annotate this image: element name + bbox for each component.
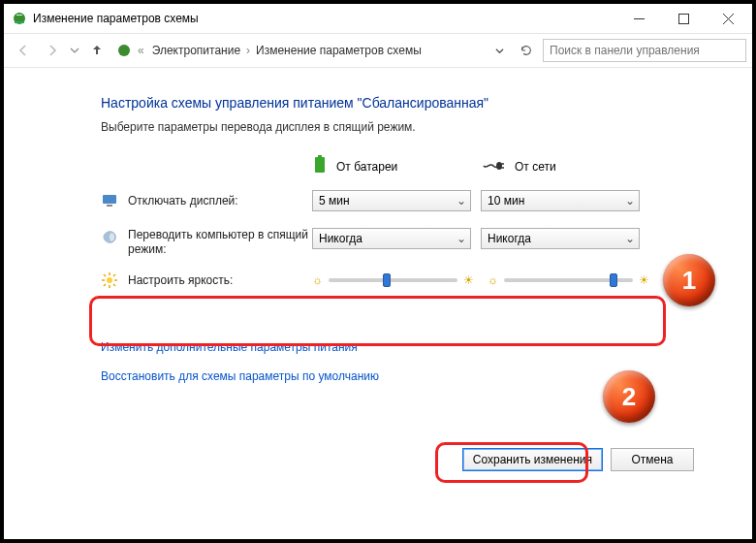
brightness-label: Настроить яркость:: [128, 273, 312, 287]
minimize-button[interactable]: [616, 4, 661, 33]
refresh-button[interactable]: [516, 40, 537, 61]
breadcrumb-dropdown[interactable]: [488, 40, 510, 61]
breadcrumb-item-power[interactable]: Электропитание: [152, 44, 240, 57]
brightness-ac-slider[interactable]: [504, 278, 633, 282]
svg-rect-4: [315, 157, 325, 173]
svg-line-15: [104, 274, 106, 276]
sun-bright-icon: ☀: [639, 273, 649, 287]
combo-value: 10 мин: [488, 194, 524, 208]
display-off-battery-select[interactable]: 5 мин ⌄: [312, 190, 471, 211]
moon-icon: [101, 230, 118, 244]
content-area: Настройка схемы управления питанием "Сба…: [4, 68, 752, 539]
back-button[interactable]: [10, 39, 37, 62]
svg-rect-2: [678, 14, 688, 23]
maximize-button[interactable]: [661, 4, 706, 33]
svg-rect-8: [107, 205, 112, 207]
save-button[interactable]: Сохранить изменения: [462, 448, 603, 471]
svg-line-17: [113, 274, 115, 276]
sleep-ac-select[interactable]: Никогда ⌄: [481, 228, 640, 249]
row-brightness: Настроить яркость: ☼ ☀ ☼ ☀: [101, 267, 694, 294]
chevron-down-icon: ⌄: [457, 194, 466, 208]
svg-line-18: [104, 284, 106, 286]
svg-rect-1: [15, 21, 24, 23]
row-turn-off-display: Отключать дисплей: 5 мин ⌄ 10 мин ⌄: [101, 187, 694, 214]
display-off-ac-select[interactable]: 10 мин ⌄: [481, 190, 640, 211]
up-button[interactable]: [83, 39, 110, 62]
combo-value: Никогда: [488, 232, 531, 245]
sun-dim-icon: ☼: [488, 273, 498, 287]
chevron-down-icon: ⌄: [625, 194, 635, 208]
forward-button[interactable]: [39, 39, 66, 62]
svg-point-6: [496, 162, 502, 170]
power-options-icon: [12, 11, 27, 26]
ac-plug-icon: [482, 158, 505, 175]
svg-rect-5: [318, 155, 322, 157]
combo-value: Никогда: [319, 232, 362, 245]
svg-point-3: [118, 45, 130, 56]
navigation-toolbar: « Электропитание › Изменение параметров …: [4, 33, 752, 68]
titlebar: Изменение параметров схемы: [4, 4, 752, 33]
column-header-ac: От сети: [482, 155, 650, 177]
chevron-right-icon: ›: [246, 44, 250, 57]
turn-off-display-label: Отключать дисплей:: [128, 194, 312, 208]
chevron-down-icon: ⌄: [625, 232, 635, 245]
column-header-battery: От батареи: [313, 155, 482, 177]
sun-bright-icon: ☀: [463, 273, 474, 287]
brightness-battery-slider[interactable]: [329, 278, 457, 282]
combo-value: 5 мин: [319, 194, 350, 208]
close-button[interactable]: [706, 4, 750, 33]
cancel-button[interactable]: Отмена: [611, 448, 694, 471]
brightness-icon: [101, 272, 118, 288]
link-advanced-settings[interactable]: Изменить дополнительные параметры питани…: [101, 340, 694, 354]
chevron-down-icon: ⌄: [457, 232, 466, 245]
row-sleep: Переводить компьютер в спящий режим: Ник…: [101, 224, 694, 257]
svg-line-16: [113, 284, 115, 286]
column-battery-label: От батареи: [336, 160, 397, 174]
history-dropdown[interactable]: [68, 40, 81, 61]
annotation-box-1: [89, 296, 666, 346]
chevron-left-icon: «: [138, 44, 144, 57]
sun-dim-icon: ☼: [312, 273, 323, 287]
svg-rect-7: [103, 195, 116, 204]
svg-point-10: [107, 277, 112, 283]
breadcrumb-item-edit-plan[interactable]: Изменение параметров схемы: [256, 44, 422, 57]
breadcrumb[interactable]: « Электропитание › Изменение параметров …: [112, 39, 541, 62]
column-ac-label: От сети: [515, 160, 556, 174]
page-subtitle: Выберите параметры перевода дисплея в сп…: [101, 120, 694, 134]
link-restore-defaults[interactable]: Восстановить для схемы параметры по умол…: [101, 369, 694, 383]
battery-icon: [313, 155, 327, 177]
power-options-icon: [116, 43, 132, 58]
sleep-label: Переводить компьютер в спящий режим:: [128, 228, 312, 257]
sleep-battery-select[interactable]: Никогда ⌄: [312, 228, 471, 249]
window-title: Изменение параметров схемы: [33, 12, 616, 25]
page-title: Настройка схемы управления питанием "Сба…: [101, 95, 694, 111]
search-input[interactable]: [543, 39, 746, 62]
monitor-icon: [101, 193, 118, 208]
